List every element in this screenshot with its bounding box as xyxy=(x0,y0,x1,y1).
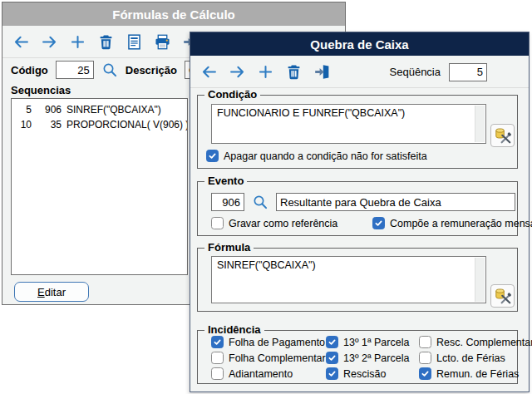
checkbox-label: 13º 1ª Parcela xyxy=(343,337,409,348)
checkbox[interactable] xyxy=(211,352,224,364)
report-icon xyxy=(126,33,143,51)
sequence-row[interactable]: 1035PROPORCIONAL( V(906) ) xyxy=(12,117,187,132)
condicao-editor-button[interactable] xyxy=(490,124,515,147)
checkbox-item-lcto-de-ferias[interactable]: Lcto. de Férias xyxy=(419,352,532,364)
checkbox-item-13-1-parcela[interactable]: 13º 1ª Parcela xyxy=(326,336,419,348)
formula-group-label: Fórmula xyxy=(204,241,254,254)
checkbox-label: Gravar como referência xyxy=(229,218,337,229)
print-button[interactable] xyxy=(153,32,172,52)
checkbox-label: 13º 2ª Parcela xyxy=(343,352,409,364)
back-button[interactable] xyxy=(12,32,31,52)
checkbox-label: Resc. Complementar xyxy=(436,337,532,348)
checkbox-item-gravar-como-referencia[interactable]: Gravar como referência xyxy=(211,217,337,229)
checkbox[interactable] xyxy=(211,217,224,229)
checkbox-item-adiantamento[interactable]: Adiantamento xyxy=(211,367,326,380)
formula-text: SINREF("QBCAIXA") xyxy=(217,259,316,271)
sequencias-listbox[interactable]: 5906SINREF("QBCAIXA")1035PROPORCIONAL( V… xyxy=(11,98,188,275)
add-icon xyxy=(257,63,274,81)
forward-button[interactable] xyxy=(228,62,247,81)
delete-icon xyxy=(97,33,115,51)
checkbox[interactable] xyxy=(211,367,224,380)
exit-button[interactable] xyxy=(313,62,332,81)
sequence-event: 35 xyxy=(37,119,62,131)
checkbox-item-resc-complementar[interactable]: Resc. Complementar xyxy=(419,336,532,348)
condicao-textarea[interactable]: FUNCIONARIO E FUNREF("QBCAIXA") xyxy=(211,104,486,144)
back-icon xyxy=(12,33,30,51)
delete-icon xyxy=(285,63,303,81)
formula-textarea[interactable]: SINREF("QBCAIXA") xyxy=(211,256,486,303)
groupbox-evento: Evento 906 Resultante para Quebra de Cai… xyxy=(197,181,518,236)
checkbox[interactable] xyxy=(211,336,224,348)
window-title-bar[interactable]: Fórmulas de Cálculo xyxy=(2,2,345,26)
descricao-label: Descrição xyxy=(126,64,177,76)
codigo-input[interactable]: 25 xyxy=(56,61,94,79)
checkbox[interactable] xyxy=(326,336,338,348)
db-tools-icon xyxy=(494,287,512,305)
editar-button[interactable]: Editar xyxy=(14,282,89,302)
checkbox-item-rescisao[interactable]: Rescisão xyxy=(326,367,419,380)
report-button[interactable] xyxy=(125,32,144,52)
checkbox-label: Compõe a remuneração mensal xyxy=(390,218,532,229)
add-icon xyxy=(69,33,86,51)
incidencia-group-label: Incidência xyxy=(204,323,264,336)
delete-button[interactable] xyxy=(96,32,116,52)
checkbox[interactable] xyxy=(372,217,385,229)
checkbox-item-folha-de-pagamento[interactable]: Folha de Pagamento xyxy=(211,336,326,348)
window-title-bar[interactable]: Quebra de Caixa xyxy=(190,32,529,56)
checkbox-label: Apagar quando a condição não for satisfe… xyxy=(224,150,427,162)
checkbox-item-compoe-a-remuneracao-mensal[interactable]: Compõe a remuneração mensal xyxy=(372,217,532,229)
checkbox-label: Rescisão xyxy=(343,368,386,380)
condicao-checkboxes: Apagar quando a condição não for satisfe… xyxy=(206,149,427,164)
window-title: Quebra de Caixa xyxy=(310,37,408,52)
checkbox-item-apagar-quando-a-condicao-nao-for-satisfeita[interactable]: Apagar quando a condição não for satisfe… xyxy=(206,150,427,162)
checkbox[interactable] xyxy=(419,367,431,380)
condicao-text: FUNCIONARIO E FUNREF("QBCAIXA") xyxy=(217,107,405,119)
sequencia-input[interactable]: 5 xyxy=(449,63,487,81)
delete-button[interactable] xyxy=(284,62,303,81)
checkbox-label: Folha Complementar xyxy=(229,352,326,364)
exit-icon xyxy=(313,63,331,81)
checkbox-label: Adiantamento xyxy=(229,368,293,380)
checkbox[interactable] xyxy=(419,336,431,348)
checkbox[interactable] xyxy=(326,352,338,364)
toolbar: Seqüência 5 xyxy=(190,56,529,88)
checkbox-item-remun-de-ferias[interactable]: Remun. de Férias xyxy=(419,367,532,380)
codigo-label: Código xyxy=(11,64,48,76)
groupbox-formula: Fórmula SINREF("QBCAIXA") xyxy=(197,248,518,312)
evento-descricao-input[interactable]: Resultante para Quebra de Caixa xyxy=(276,193,515,211)
forward-icon xyxy=(41,33,58,51)
evento-code-input[interactable]: 906 xyxy=(211,193,244,211)
checkbox[interactable] xyxy=(206,150,219,162)
add-button[interactable] xyxy=(68,32,87,52)
back-button[interactable] xyxy=(200,62,219,81)
add-button[interactable] xyxy=(256,62,275,81)
search-icon[interactable] xyxy=(252,194,268,210)
checkbox[interactable] xyxy=(326,367,338,380)
forward-icon xyxy=(229,63,246,81)
checkbox-label: Folha de Pagamento xyxy=(229,337,325,348)
window-title: Fórmulas de Cálculo xyxy=(112,7,235,22)
sequence-row[interactable]: 5906SINREF("QBCAIXA") xyxy=(12,102,187,117)
search-icon[interactable] xyxy=(101,62,118,78)
formula-editor-button[interactable] xyxy=(490,284,515,308)
checkbox-label: Lcto. de Férias xyxy=(436,352,505,364)
sequence-seq: 5 xyxy=(12,104,32,116)
scrollbar[interactable] xyxy=(475,106,485,142)
sequence-formula: PROPORCIONAL( V(906) ) xyxy=(66,119,188,131)
incidencia-checkboxes: Folha de Pagamento13º 1ª ParcelaResc. Co… xyxy=(211,336,532,380)
sequence-event: 906 xyxy=(37,104,62,116)
scrollbar[interactable] xyxy=(475,258,485,302)
sequencia-field-group: Seqüência 5 xyxy=(390,63,487,81)
back-icon xyxy=(200,63,218,81)
checkbox-label: Remun. de Férias xyxy=(436,368,519,380)
evento-fields-row: 906 Resultante para Quebra de Caixa xyxy=(211,193,515,211)
sequencias-label: Sequencias xyxy=(11,84,71,96)
condicao-group-label: Condição xyxy=(204,88,260,101)
checkbox-item-folha-complementar[interactable]: Folha Complementar xyxy=(211,352,326,364)
sequence-seq: 10 xyxy=(12,119,32,131)
evento-checkboxes: Gravar como referênciaCompõe a remuneraç… xyxy=(211,217,512,232)
forward-button[interactable] xyxy=(40,32,59,52)
checkbox-item-13-2-parcela[interactable]: 13º 2ª Parcela xyxy=(326,352,419,364)
sequencia-label: Seqüência xyxy=(390,66,441,78)
checkbox[interactable] xyxy=(419,352,431,364)
